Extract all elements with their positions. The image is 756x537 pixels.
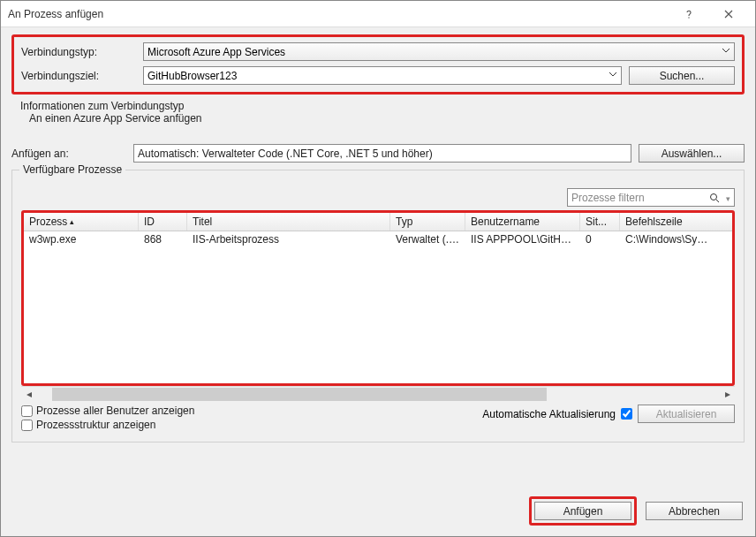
dialog-window: An Prozess anfügen Verbindungstyp: Micro… [0,0,756,537]
available-processes-group: Verfügbare Prozesse Prozesse filtern ▾ P… [11,170,745,442]
connection-type-dropdown[interactable]: Microsoft Azure App Services [143,42,735,61]
scroll-right-icon[interactable]: ▸ [720,388,735,400]
show-all-users-checkbox[interactable]: Prozesse aller Benutzer anzeigen [21,405,482,417]
horizontal-scrollbar[interactable]: ◂ ▸ [21,386,735,401]
attach-button[interactable]: Anfügen [534,502,631,520]
process-filter-input[interactable]: Prozesse filtern ▾ [567,188,735,207]
chevron-down-icon [722,46,730,55]
select-attach-button[interactable]: Auswählen... [639,144,745,163]
table-row[interactable]: w3wp.exe 868 IIS-Arbeitsprozess Verwalte… [24,231,732,247]
col-title[interactable]: Titel [187,213,390,231]
scroll-left-icon[interactable]: ◂ [21,388,36,400]
auto-refresh-checkbox[interactable] [621,408,632,420]
available-processes-legend: Verfügbare Prozesse [19,163,125,176]
show-tree-checkbox[interactable]: Prozessstruktur anzeigen [21,419,482,431]
cell-cmdline: C:\Windows\SysW [620,231,714,247]
process-table-highlight: Prozess▴ ID Titel Typ Benutzername Sit..… [21,210,735,386]
cell-session: 0 [580,231,620,247]
connection-type-value: Microsoft Azure App Services [147,46,285,58]
attach-button-highlight: Anfügen [529,496,637,526]
cell-title: IIS-Arbeitsprozess [187,231,390,247]
auto-refresh-label: Automatische Aktualisierung [482,408,616,420]
search-icon [709,193,720,203]
attach-to-value-box: Automatisch: Verwalteter Code (.NET Core… [133,144,631,163]
help-button[interactable] [669,1,708,26]
connection-section-highlight: Verbindungstyp: Microsoft Azure App Serv… [11,34,745,95]
connection-info-heading: Informationen zum Verbindungstyp [20,100,743,112]
show-tree-input[interactable] [21,420,33,431]
svg-point-0 [688,17,689,18]
connection-info-line: An einen Azure App Service anfügen [20,112,743,125]
col-type[interactable]: Typ [390,213,465,231]
dialog-buttons: Anfügen Abbrechen [529,496,743,526]
filter-placeholder: Prozesse filtern [571,192,645,204]
svg-point-1 [711,194,717,200]
search-button[interactable]: Suchen... [629,66,735,85]
col-process[interactable]: Prozess▴ [24,213,139,231]
connection-target-combo[interactable]: GitHubBrowser123 [143,66,622,85]
connection-target-value: GitHubBrowser123 [147,70,237,82]
attach-to-value: Automatisch: Verwalteter Code (.NET Core… [138,147,433,160]
process-table-header: Prozess▴ ID Titel Typ Benutzername Sit..… [24,213,732,231]
cell-id: 868 [139,231,187,247]
process-table-body: w3wp.exe 868 IIS-Arbeitsprozess Verwalte… [24,231,732,383]
cancel-button[interactable]: Abbrechen [646,502,743,520]
col-user[interactable]: Benutzername [465,213,580,231]
cell-process: w3wp.exe [24,231,139,247]
dialog-content: Verbindungstyp: Microsoft Azure App Serv… [1,27,755,450]
scroll-thumb[interactable] [52,388,547,401]
col-cmdline[interactable]: Befehlszeile [620,213,714,231]
titlebar: An Prozess anfügen [1,1,755,27]
refresh-button[interactable]: Aktualisieren [638,405,735,423]
dialog-title: An Prozess anfügen [8,8,669,20]
close-button[interactable] [708,1,748,26]
cell-type: Verwaltet (.N... [390,231,465,247]
connection-type-label: Verbindungstyp: [21,46,136,58]
show-all-users-input[interactable] [21,405,33,417]
sort-asc-icon: ▴ [70,217,74,226]
col-id[interactable]: ID [139,213,187,231]
cell-user: IIS APPPOOL\GitHub... [465,231,580,247]
chevron-down-icon [609,70,617,79]
chevron-down-icon[interactable]: ▾ [726,194,730,203]
connection-target-label: Verbindungsziel: [21,70,136,82]
col-session[interactable]: Sit... [580,213,620,231]
connection-info: Informationen zum Verbindungstyp An eine… [11,98,745,130]
attach-to-label: Anfügen an: [11,147,126,160]
